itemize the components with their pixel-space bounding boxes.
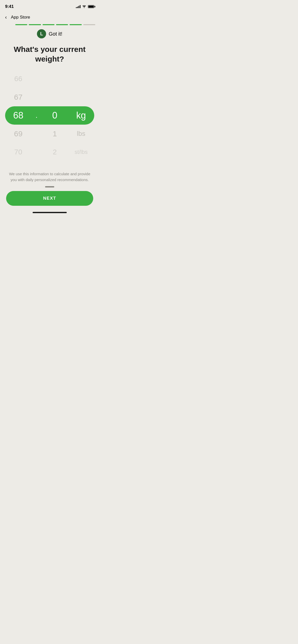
picker-item [75,88,88,106]
picker-item [52,88,57,106]
progress-segment-6 [83,24,95,25]
progress-segment-2 [29,24,41,25]
signal-icon [76,5,80,8]
picker-item: 67 [13,88,23,106]
picker-item-selected: 68 [13,106,23,125]
nav-bar: ‹ App Store [0,11,99,23]
status-icons [76,5,94,8]
picker-item: 69 [13,125,23,143]
battery-icon [88,5,94,8]
picker-item-selected: 0 [52,106,57,125]
picker-item [52,75,57,88]
scroll-indicator [45,186,54,187]
got-it-label: Got it! [49,31,62,37]
back-button[interactable]: ‹ [4,13,8,21]
progress-segment-1 [15,24,27,25]
picker-item [75,75,88,88]
got-it-header: L Got it! [0,28,99,42]
picker-item: 1 [52,125,57,143]
picker-item: 66 [13,75,23,88]
picker-item: 70 [13,143,23,156]
picker-item-unit-selected: kg [75,106,88,125]
bottom-section: We use this information to calculate and… [0,167,99,210]
picker-item-unit: st/lbs [75,143,88,156]
progress-segment-4 [56,24,68,25]
weight-picker[interactable]: 65 66 67 68 69 70 71 . . . . . . [0,64,99,167]
picker-item-unit: lbs [75,125,88,143]
picker-dot: . [35,106,37,125]
avatar: L [37,29,46,38]
progress-segment-5 [70,24,82,25]
picker-item: 2 [52,143,57,156]
home-bar [33,212,67,213]
wifi-icon [82,5,86,8]
progress-segment-3 [43,24,55,25]
status-time: 9:41 [5,4,14,9]
next-button[interactable]: NEXT [6,191,93,206]
progress-bar [0,23,99,28]
home-indicator [0,210,99,215]
info-text: We use this information to calculate and… [6,171,93,183]
status-bar: 9:41 [0,0,99,11]
app-store-link[interactable]: App Store [11,15,30,20]
page-title: What's your current weight? [0,42,99,64]
